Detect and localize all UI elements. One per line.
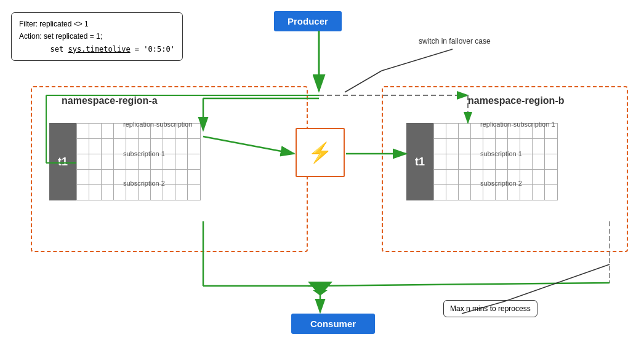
partition-cell [459,170,471,184]
partition-cell [434,170,446,184]
svg-line-15 [308,283,610,286]
partition-cell [188,139,200,154]
partition-row-b5 [433,185,558,200]
partition-cell [533,185,545,200]
partition-cell [434,154,446,169]
partition-cell [434,124,446,138]
consumer-box: Consumer [291,314,375,334]
sub-label-a-sub2: subscription 2 [123,180,165,187]
region-b-label: namespace-region-b [468,95,564,106]
partition-cell [188,154,200,169]
svg-marker-18 [308,282,332,290]
partition-cell [446,185,459,200]
partition-cell [163,139,175,154]
sub-label-a-sub1: subscription 1 [123,150,165,157]
partition-cell [126,185,139,200]
svg-line-21 [505,264,610,301]
producer-label: Producer [288,16,328,26]
topic-a-partitions [76,123,201,200]
partition-cell [545,170,557,184]
partition-cell [89,124,102,138]
partition-cell [89,185,102,200]
consumer-label: Consumer [310,318,356,329]
partition-cell [163,170,175,184]
partition-cell [508,185,520,200]
partition-cell [434,139,446,154]
partition-cell [520,154,533,169]
partition-cell [446,154,459,169]
partition-cell [175,139,188,154]
max-mins-label: Max n mins to reprocess [450,304,531,313]
partition-cell [102,185,114,200]
partition-cell [77,124,89,138]
partition-cell [139,185,151,200]
region-a-label: namespace-region-a [62,95,158,106]
partition-cell [520,185,533,200]
partition-cell [77,185,89,200]
partition-cell [545,154,557,169]
partition-cell [89,154,102,169]
topic-a-label: t1 [49,123,76,200]
sub-label-b-sub2: subscription 2 [480,180,522,187]
sub-label-b-replication: replication-subscription 1 [480,121,555,128]
partition-cell [102,170,114,184]
partition-cell [102,124,114,138]
partition-cell [434,185,446,200]
max-mins-box: Max n mins to reprocess [443,300,537,317]
partition-cell [533,154,545,169]
producer-box: Producer [274,11,342,31]
topic-a-block: t1 [49,123,201,200]
partition-cell [89,170,102,184]
partition-cell [459,124,471,138]
replicator-icon: ⚡ [308,141,332,164]
topic-b-label: t1 [406,123,433,200]
partition-row-a5 [76,185,201,200]
partition-cell [520,139,533,154]
partition-cell [114,185,126,200]
partition-cell [533,139,545,154]
diagram-container: Filter: replicated <> 1 Action: set repl… [0,0,644,364]
partition-cell [77,170,89,184]
partition-cell [459,185,471,200]
partition-cell [175,154,188,169]
partition-cell [77,139,89,154]
topic-b-partitions [433,123,558,200]
partition-cell [446,139,459,154]
partition-cell [77,154,89,169]
filter-line1: Filter: replicated <> 1 [19,18,175,30]
partition-cell [446,170,459,184]
sub-label-b-sub1: subscription 1 [480,150,522,157]
svg-line-23 [345,71,382,92]
failover-label: switch in failover case [419,37,491,46]
partition-cell [459,139,471,154]
partition-cell [89,139,102,154]
partition-cell [102,139,114,154]
partition-cell [459,154,471,169]
sub-label-a-replication: replication-subscription [123,121,193,128]
partition-cell [520,170,533,184]
svg-line-22 [382,49,453,71]
partition-cell [471,185,483,200]
topic-b-block: t1 [406,123,558,200]
filter-line3: set sys.timetolive = '0:5:0' [19,43,175,55]
svg-marker-19 [313,290,328,295]
replicator-box: ⚡ [296,128,345,177]
filter-action-box: Filter: replicated <> 1 Action: set repl… [11,12,183,61]
partition-cell [545,139,557,154]
partition-cell [151,185,163,200]
partition-cell [533,170,545,184]
partition-cell [102,154,114,169]
partition-cell [175,185,188,200]
partition-cell [188,185,200,200]
partition-cell [163,154,175,169]
filter-line2: Action: set replicated = 1; [19,30,175,42]
partition-cell [446,124,459,138]
partition-cell [163,185,175,200]
partition-cell [483,185,496,200]
partition-cell [188,170,200,184]
partition-cell [175,170,188,184]
partition-cell [545,185,557,200]
partition-cell [496,185,508,200]
